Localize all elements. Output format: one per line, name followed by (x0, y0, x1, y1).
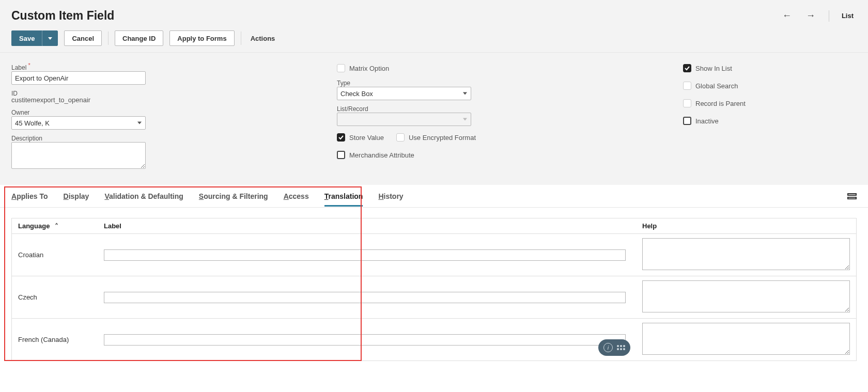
help-widget[interactable]: i (598, 339, 630, 356)
type-select[interactable]: Check Box (337, 87, 471, 100)
use-encrypted-checkbox[interactable] (396, 133, 405, 142)
list-link[interactable]: List (839, 10, 857, 22)
column-header-help[interactable]: Help (636, 222, 856, 230)
matrix-option-checkbox[interactable] (337, 64, 345, 72)
change-id-button[interactable]: Change ID (115, 30, 163, 46)
apply-to-forms-button[interactable]: Apply to Forms (169, 30, 234, 46)
actions-menu[interactable]: Actions (247, 35, 278, 42)
nav-back-icon[interactable]: ← (778, 8, 796, 23)
page-title: Custom Item Field (11, 9, 114, 23)
record-is-parent-label: Record is Parent (695, 100, 746, 107)
table-row: Czech (12, 276, 856, 319)
label-input[interactable] (11, 71, 146, 85)
info-icon: i (603, 343, 613, 352)
separator (241, 32, 241, 45)
view-toggle-icon[interactable] (847, 193, 857, 199)
chevron-down-icon (48, 37, 52, 40)
merchandise-attribute-label: Merchandise Attribute (349, 151, 414, 159)
language-cell: Croatian (12, 247, 98, 263)
store-value-label: Store Value (349, 134, 384, 142)
inactive-label: Inactive (695, 117, 719, 125)
save-dropdown-button[interactable] (42, 30, 58, 46)
global-search-checkbox[interactable] (683, 82, 691, 90)
description-field-label: Description (11, 135, 166, 142)
column-header-label[interactable]: Label (98, 222, 636, 230)
tab-history[interactable]: History (378, 186, 403, 207)
merchandise-attribute-checkbox[interactable] (337, 151, 345, 159)
matrix-option-label: Matrix Option (349, 65, 389, 72)
store-value-checkbox[interactable] (337, 133, 345, 142)
translation-label-input[interactable] (104, 249, 626, 261)
save-button[interactable]: Save (11, 30, 42, 46)
show-in-list-label: Show In List (695, 65, 732, 72)
chevron-down-icon (137, 122, 142, 124)
label-field-label: Label * (11, 62, 166, 71)
tab-applies-to[interactable]: Applies To (11, 186, 48, 207)
global-search-label: Global Search (695, 82, 738, 90)
translation-label-input[interactable] (104, 334, 626, 346)
translation-label-input[interactable] (104, 292, 626, 303)
tab-display[interactable]: Display (64, 186, 89, 207)
tab-validation-defaulting[interactable]: Validation & Defaulting (104, 186, 183, 207)
save-split-button[interactable]: Save (11, 30, 58, 46)
separator (108, 32, 109, 45)
show-in-list-checkbox[interactable] (683, 64, 691, 72)
translation-help-textarea[interactable] (642, 323, 850, 355)
column-header-language[interactable]: Language ˄ (12, 222, 98, 230)
list-record-select[interactable] (337, 113, 471, 126)
id-value: custitemexport_to_openair (11, 96, 166, 104)
inactive-checkbox[interactable] (683, 117, 691, 125)
table-row: Croatian (12, 234, 856, 276)
use-encrypted-label: Use Encrypted Format (409, 134, 476, 142)
translation-table: Language ˄ Label Help Croatian Czech Fre… (11, 218, 857, 361)
cancel-button[interactable]: Cancel (64, 30, 102, 46)
table-row: French (Canada) (12, 319, 856, 360)
translation-help-textarea[interactable] (642, 280, 850, 312)
chevron-down-icon (463, 92, 467, 95)
tab-translation[interactable]: Translation (324, 186, 363, 207)
separator (829, 10, 829, 22)
sort-asc-icon: ˄ (55, 222, 58, 230)
list-record-field-label: List/Record (337, 105, 513, 113)
record-is-parent-checkbox[interactable] (683, 99, 691, 107)
type-field-label: Type (337, 80, 513, 87)
apps-icon (617, 345, 625, 350)
nav-forward-icon[interactable]: → (802, 8, 819, 23)
tab-sourcing-filtering[interactable]: Sourcing & Filtering (199, 186, 268, 207)
translation-help-textarea[interactable] (642, 238, 850, 270)
chevron-down-icon (463, 118, 467, 121)
owner-field-label: Owner (11, 109, 166, 116)
language-cell: Czech (12, 289, 98, 305)
tab-access[interactable]: Access (284, 186, 309, 207)
owner-select[interactable]: 45 Wolfe, K (11, 116, 146, 130)
language-cell: French (Canada) (12, 332, 98, 348)
description-textarea[interactable] (11, 142, 146, 169)
